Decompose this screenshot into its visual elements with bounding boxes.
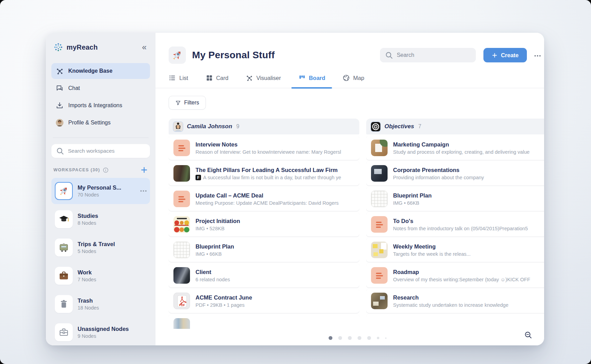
- column-header: Objectives7: [366, 119, 544, 134]
- column-title: Camila Johnson: [187, 123, 232, 130]
- card-text: Blueprint PlanIMG • 66KB: [196, 243, 354, 257]
- board-card[interactable]: Weekly MeetingTargets for the week is th…: [366, 238, 544, 262]
- card-text: [196, 326, 354, 327]
- sidebar-header: myReach «: [51, 42, 150, 53]
- note-icon: [371, 267, 388, 284]
- note-icon: [173, 191, 190, 207]
- board-card[interactable]: Marketing CampaignStudy and process of e…: [366, 136, 544, 160]
- card-subtitle-text: Systematic study undertaken to increase …: [393, 302, 509, 308]
- zoom-out-button[interactable]: [522, 329, 534, 341]
- card-text: Project InitiationIMG • 528KB: [196, 218, 354, 231]
- sidebar-item-profile-settings[interactable]: Profile & Settings: [51, 115, 150, 131]
- workspace-item-trips-travel[interactable]: Trips & Travel5 Nodes: [51, 234, 150, 261]
- card-title: Blueprint Plan: [196, 243, 354, 250]
- card-icon: [206, 74, 213, 82]
- board-pagination: [329, 336, 387, 340]
- workspace-item-trash[interactable]: Trash18 Nodes: [51, 291, 150, 317]
- pagination-dot-2[interactable]: [338, 336, 342, 340]
- tab-map[interactable]: Map: [342, 74, 364, 88]
- card-subtitle: Providing information about the company: [393, 175, 544, 180]
- page-header: My Personal Stuff Create: [156, 47, 544, 64]
- workspace-item-my-personal-s[interactable]: My Personal S...70 Nodes: [51, 178, 150, 204]
- sidebar-item-imports-integrations[interactable]: Imports & Integrations: [51, 98, 150, 113]
- filters-button-label: Filters: [184, 100, 199, 106]
- sidebar-item-knowledge-base[interactable]: Knowledge Base: [51, 63, 150, 79]
- workspace-text: Trash18 Nodes: [78, 297, 147, 311]
- funnel-icon: [175, 100, 181, 106]
- note-icon: [371, 216, 388, 233]
- workspace-node-count: 70 Nodes: [78, 192, 136, 198]
- sidebar-item-chat[interactable]: Chat: [51, 80, 150, 96]
- info-icon[interactable]: [103, 167, 109, 173]
- pagination-dot-4[interactable]: [358, 336, 361, 340]
- note-icon: [173, 140, 190, 156]
- board-card[interactable]: Update Call – ACME DealMeeting Purpose: …: [169, 187, 359, 211]
- pagination-dot-1[interactable]: [329, 336, 332, 340]
- card-subtitle-text: Overview of my thesis writing:September …: [393, 277, 530, 282]
- pagination-dot-6[interactable]: [377, 337, 379, 339]
- search-input[interactable]: [396, 52, 471, 59]
- board-card[interactable]: Blueprint PlanIMG • 66KB: [169, 238, 359, 262]
- workspace-item-work[interactable]: Work7 Nodes: [51, 263, 150, 289]
- pagination-dot-5[interactable]: [367, 336, 371, 340]
- board-card[interactable]: PDFACME Contract JunePDF • 29KB • 1 page…: [169, 289, 359, 313]
- card-title: Interview Notes: [196, 141, 354, 148]
- card-subtitle-text: A successful law firm is not built in a …: [203, 175, 341, 180]
- tab-label: Map: [353, 75, 364, 81]
- search-bar[interactable]: [380, 48, 476, 62]
- workspace-text: Work7 Nodes: [78, 269, 147, 282]
- dartboard-icon: [371, 122, 380, 131]
- card-text: Blueprint PlanIMG • 66KB: [393, 192, 544, 206]
- workspaces-section-header: WORKSPACES (30): [53, 166, 148, 174]
- column-count: 7: [418, 123, 421, 130]
- card-subtitle: Reason of Interview: Get to knowIntervie…: [196, 149, 354, 155]
- board-card[interactable]: [366, 314, 544, 329]
- pagination-dot-3[interactable]: [348, 336, 352, 340]
- chat-icon: [56, 84, 64, 92]
- board-card[interactable]: ResearchSystematic study undertaken to i…: [366, 289, 544, 313]
- board-card[interactable]: Interview NotesReason of Interview: Get …: [169, 136, 359, 160]
- board-card[interactable]: The Eight Pillars For Leading A Successf…: [169, 161, 359, 185]
- create-button-label: Create: [501, 52, 519, 59]
- more-options-button[interactable]: [533, 52, 536, 58]
- filters-button[interactable]: Filters: [169, 96, 206, 110]
- pagination-dot-7[interactable]: [385, 337, 387, 339]
- tab-visualiser[interactable]: Visualiser: [246, 74, 281, 88]
- board-card[interactable]: Project InitiationIMG • 528KB: [169, 212, 359, 236]
- card-title: Corporate Presentations: [393, 167, 544, 173]
- toolbox-icon: [55, 323, 73, 341]
- knowledge-graph-icon: [56, 67, 64, 75]
- board-card[interactable]: Blueprint PlanIMG • 66KB: [366, 187, 544, 211]
- board-card[interactable]: RoadmapOverview of my thesis writing:Sep…: [366, 263, 544, 287]
- card-subtitle-text: Targets for the week is the releas...: [393, 251, 471, 257]
- tab-card[interactable]: Card: [206, 74, 229, 88]
- tab-list[interactable]: List: [169, 74, 188, 88]
- card-text: Marketing CampaignStudy and process of e…: [393, 141, 544, 155]
- collapse-sidebar-button[interactable]: «: [141, 43, 148, 51]
- plain-thumbnail: [371, 318, 388, 329]
- workspace-search-input[interactable]: [67, 148, 146, 154]
- card-subtitle-text: Notes from the introductory talk on (05/…: [393, 226, 528, 231]
- column-header: Camila Johnson9: [169, 119, 359, 134]
- board-card[interactable]: Corporate PresentationsProviding informa…: [366, 161, 544, 185]
- source-favicon: F: [196, 175, 201, 180]
- card-subtitle-text: Meeting Purpose: Update ACME DealPartici…: [196, 200, 339, 206]
- board-card[interactable]: [169, 314, 359, 329]
- tab-board[interactable]: Board: [298, 74, 325, 88]
- research-photo-thumbnail: [371, 293, 388, 309]
- create-button[interactable]: Create: [483, 48, 527, 62]
- workspace-menu-button[interactable]: [140, 190, 147, 192]
- graduation-cap-icon: [55, 210, 73, 228]
- workspace-name: Work: [78, 269, 147, 276]
- board-card[interactable]: To Do'sNotes from the introductory talk …: [366, 212, 544, 236]
- workspace-search[interactable]: [51, 144, 150, 158]
- card-text: The Eight Pillars For Leading A Successf…: [196, 167, 354, 180]
- card-subtitle-text: IMG • 66KB: [393, 200, 419, 206]
- workspace-item-unassigned-nodes[interactable]: Unassigned Nodes9 Nodes: [51, 319, 150, 345]
- add-workspace-button[interactable]: [140, 166, 148, 174]
- card-title: ACME Contract June: [196, 294, 354, 301]
- card-subtitle: PDF • 29KB • 1 pages: [196, 302, 354, 308]
- workspaces-header-label: WORKSPACES (30): [53, 168, 100, 172]
- board-card[interactable]: Client6 related nodes: [169, 263, 359, 287]
- workspace-item-studies[interactable]: Studies8 Nodes: [51, 206, 150, 232]
